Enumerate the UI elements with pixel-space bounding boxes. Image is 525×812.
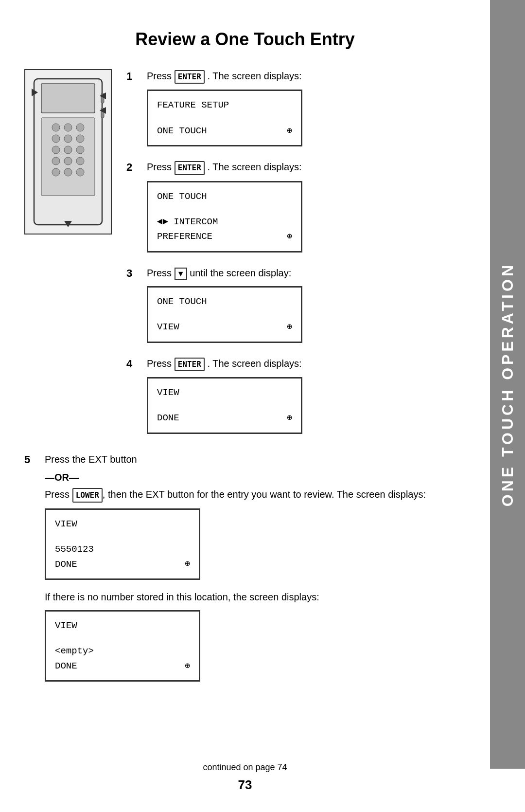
step-4-content: Press ENTER . The screen displays: VIEW … xyxy=(147,357,466,434)
sidebar-tab-text: ONE TOUCH OPERATION xyxy=(499,262,517,506)
lcd-text-2-4: PREFERENCE xyxy=(157,229,287,244)
lcd-line-6-4: DONE ⊕ xyxy=(55,659,190,673)
or-text: —OR— xyxy=(45,472,79,483)
svg-point-4 xyxy=(64,124,72,131)
step-5-content: Press the EXT button —OR— Press LOWER, t… xyxy=(45,452,466,682)
top-content-row: 1 Press ENTER . The screen displays: FEA… xyxy=(24,69,466,448)
step-2-content: Press ENTER . The screen displays: ONE T… xyxy=(147,160,466,253)
lcd-line-4-3: DONE ⊕ xyxy=(157,411,292,425)
lcd-line-5-3: 5550123 xyxy=(55,542,190,557)
lcd-text-5-1: VIEW xyxy=(55,517,190,531)
svg-point-7 xyxy=(64,135,72,143)
info-text: If there is no number stored in this loc… xyxy=(45,590,466,604)
step-4-text-before: Press xyxy=(147,358,172,369)
svg-point-10 xyxy=(64,146,72,154)
lcd-line-3-3: VIEW ⊕ xyxy=(157,320,292,334)
lcd-text-1-1: FEATURE SETUP xyxy=(157,98,292,112)
svg-point-13 xyxy=(64,157,72,165)
step-1-key: ENTER xyxy=(175,70,205,84)
phone-diagram xyxy=(24,69,112,235)
lcd-sym-2-4: ⊕ xyxy=(287,230,292,244)
lcd-text-5-4: DONE xyxy=(55,557,185,572)
step-3-content: Press ▼ until the screen display: ONE TO… xyxy=(147,266,466,343)
lcd-empty-1 xyxy=(157,113,292,124)
step-5-extra-text: Press LOWER, then the EXT button for the… xyxy=(45,487,466,503)
step-3-screen: ONE TOUCH VIEW ⊕ xyxy=(147,286,302,343)
step-5: 5 Press the EXT button —OR— Press LOWER,… xyxy=(24,452,466,682)
page-footer: continued on page 74 73 xyxy=(0,762,490,793)
lcd-text-2-3: ◄► INTERCOM xyxy=(157,215,292,229)
step-1-text-before: Press xyxy=(147,71,172,81)
step-2-number: 2 xyxy=(126,161,140,174)
step-5-text: Press the EXT button xyxy=(45,454,137,465)
lcd-line-2-1: ONE TOUCH xyxy=(157,189,292,204)
step-2: 2 Press ENTER . The screen displays: ONE… xyxy=(126,160,466,253)
step-1-number: 1 xyxy=(126,70,140,83)
svg-point-9 xyxy=(52,146,60,154)
lcd-sym-4-3: ⊕ xyxy=(287,411,292,425)
step-1-text: Press ENTER . The screen displays: xyxy=(147,69,466,84)
step-4-number: 4 xyxy=(126,358,140,370)
step-5-screen2: VIEW <empty> DONE ⊕ xyxy=(45,610,200,682)
lcd-line-6-1: VIEW xyxy=(55,618,190,633)
svg-point-6 xyxy=(52,135,60,143)
continued-text: continued on page 74 xyxy=(203,762,287,773)
steps-container: 1 Press ENTER . The screen displays: FEA… xyxy=(126,69,466,448)
svg-point-11 xyxy=(76,146,84,154)
step-3-key: ▼ xyxy=(175,268,187,280)
sidebar-tab: ONE TOUCH OPERATION xyxy=(490,0,525,769)
phone-svg xyxy=(29,74,107,230)
lcd-line-2-3: ◄► INTERCOM xyxy=(157,215,292,229)
lcd-line-3-1: ONE TOUCH xyxy=(157,294,292,309)
lcd-text-6-3: <empty> xyxy=(55,644,190,658)
step-2-screen: ONE TOUCH ◄► INTERCOM PREFERENCE ⊕ xyxy=(147,181,302,253)
step-2-key: ENTER xyxy=(175,161,205,175)
main-content: Review a One Touch Entry xyxy=(0,0,490,716)
svg-point-16 xyxy=(64,168,72,176)
step-2-text-before: Press xyxy=(147,162,172,172)
lcd-line-1-1: FEATURE SETUP xyxy=(157,98,292,112)
step-3-text-before: Press xyxy=(147,268,172,278)
step-3: 3 Press ▼ until the screen display: ONE … xyxy=(126,266,466,343)
svg-point-3 xyxy=(52,124,60,131)
step-3-text: Press ▼ until the screen display: xyxy=(147,266,466,280)
lcd-empty-6 xyxy=(55,633,190,644)
lcd-text-3-1: ONE TOUCH xyxy=(157,294,292,309)
lcd-line-2-4: PREFERENCE ⊕ xyxy=(157,229,292,244)
step-4-text: Press ENTER . The screen displays: xyxy=(147,357,466,371)
page-number: 73 xyxy=(238,777,252,793)
lcd-text-3-3: VIEW xyxy=(157,320,287,334)
lcd-text-4-3: DONE xyxy=(157,411,287,425)
step-1-content: Press ENTER . The screen displays: FEATU… xyxy=(147,69,466,146)
step-5-screen: VIEW 5550123 DONE ⊕ xyxy=(45,508,200,580)
svg-point-14 xyxy=(76,157,84,165)
step-3-text-after: until the screen display: xyxy=(190,268,291,278)
step-4-screen: VIEW DONE ⊕ xyxy=(147,377,302,434)
lcd-sym-5-4: ⊕ xyxy=(185,557,190,571)
lcd-sym-3-3: ⊕ xyxy=(287,320,292,334)
svg-point-5 xyxy=(76,124,84,131)
lcd-text-6-1: VIEW xyxy=(55,618,190,633)
step-5-number: 5 xyxy=(24,453,38,682)
lcd-line-1-3: ONE TOUCH ⊕ xyxy=(157,124,292,138)
step-3-number: 3 xyxy=(126,267,140,280)
lcd-empty-2 xyxy=(157,204,292,215)
svg-point-15 xyxy=(52,168,60,176)
lcd-text-6-4: DONE xyxy=(55,659,185,673)
svg-point-12 xyxy=(52,157,60,165)
lcd-line-5-4: DONE ⊕ xyxy=(55,557,190,572)
step-5-main-text: Press the EXT button xyxy=(45,452,466,466)
lcd-line-6-3: <empty> xyxy=(55,644,190,658)
lcd-sym-6-4: ⊕ xyxy=(185,659,190,673)
lcd-line-4-1: VIEW xyxy=(157,385,292,400)
svg-point-8 xyxy=(76,135,84,143)
step-1-screen: FEATURE SETUP ONE TOUCH ⊕ xyxy=(147,90,302,146)
lcd-sym-1-3: ⊕ xyxy=(287,124,292,138)
lower-key: LOWER xyxy=(72,488,103,503)
lcd-text-2-1: ONE TOUCH xyxy=(157,189,292,204)
lcd-empty-5 xyxy=(55,531,190,542)
lcd-text-4-1: VIEW xyxy=(157,385,292,400)
step-4: 4 Press ENTER . The screen displays: VIE… xyxy=(126,357,466,434)
step-2-text-after: . The screen displays: xyxy=(207,162,301,172)
step-2-text: Press ENTER . The screen displays: xyxy=(147,160,466,175)
